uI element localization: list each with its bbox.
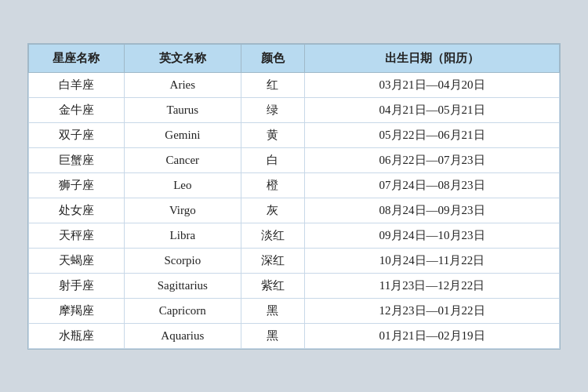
header-en: 英文名称 <box>124 44 241 72</box>
table-row: 天秤座Libra淡红09月24日—10月23日 <box>29 223 560 248</box>
cell-zh: 金牛座 <box>29 97 125 122</box>
cell-color: 深红 <box>241 248 304 273</box>
table-row: 水瓶座Aquarius黑01月21日—02月19日 <box>29 323 560 348</box>
cell-color: 绿 <box>241 97 304 122</box>
table-row: 巨蟹座Cancer白06月22日—07月23日 <box>29 147 560 172</box>
cell-color: 橙 <box>241 172 304 198</box>
cell-color: 黑 <box>241 323 304 348</box>
cell-en: Cancer <box>124 147 241 172</box>
cell-zh: 处女座 <box>29 198 125 223</box>
table-header-row: 星座名称 英文名称 颜色 出生日期（阳历） <box>29 44 560 72</box>
cell-date: 10月24日—11月22日 <box>305 248 560 273</box>
cell-date: 09月24日—10月23日 <box>305 223 560 248</box>
cell-zh: 白羊座 <box>29 72 125 97</box>
cell-color: 淡红 <box>241 223 304 248</box>
cell-en: Gemini <box>124 122 241 147</box>
cell-date: 05月22日—06月21日 <box>305 122 560 147</box>
cell-color: 灰 <box>241 198 304 223</box>
header-color: 颜色 <box>241 44 304 72</box>
cell-date: 04月21日—05月21日 <box>305 97 560 122</box>
cell-en: Scorpio <box>124 248 241 273</box>
cell-date: 08月24日—09月23日 <box>305 198 560 223</box>
cell-date: 06月22日—07月23日 <box>305 147 560 172</box>
header-zh: 星座名称 <box>29 44 125 72</box>
cell-zh: 狮子座 <box>29 172 125 198</box>
cell-date: 11月23日—12月22日 <box>305 273 560 298</box>
header-date: 出生日期（阳历） <box>305 44 560 72</box>
cell-en: Aquarius <box>124 323 241 348</box>
table-row: 白羊座Aries红03月21日—04月20日 <box>29 72 560 97</box>
cell-color: 白 <box>241 147 304 172</box>
cell-date: 03月21日—04月20日 <box>305 72 560 97</box>
cell-zh: 双子座 <box>29 122 125 147</box>
cell-color: 黑 <box>241 298 304 323</box>
cell-en: Virgo <box>124 198 241 223</box>
cell-en: Leo <box>124 172 241 198</box>
table-row: 双子座Gemini黄05月22日—06月21日 <box>29 122 560 147</box>
cell-color: 红 <box>241 72 304 97</box>
cell-en: Taurus <box>124 97 241 122</box>
cell-zh: 天蝎座 <box>29 248 125 273</box>
cell-zh: 巨蟹座 <box>29 147 125 172</box>
table-row: 狮子座Leo橙07月24日—08月23日 <box>29 172 560 198</box>
zodiac-table: 星座名称 英文名称 颜色 出生日期（阳历） 白羊座Aries红03月21日—04… <box>28 44 560 349</box>
cell-zh: 水瓶座 <box>29 323 125 348</box>
zodiac-table-container: 星座名称 英文名称 颜色 出生日期（阳历） 白羊座Aries红03月21日—04… <box>27 43 561 350</box>
cell-color: 紫红 <box>241 273 304 298</box>
table-body: 白羊座Aries红03月21日—04月20日金牛座Taurus绿04月21日—0… <box>29 72 560 348</box>
cell-en: Aries <box>124 72 241 97</box>
cell-en: Sagittarius <box>124 273 241 298</box>
cell-en: Capricorn <box>124 298 241 323</box>
cell-zh: 摩羯座 <box>29 298 125 323</box>
cell-en: Libra <box>124 223 241 248</box>
cell-date: 07月24日—08月23日 <box>305 172 560 198</box>
table-row: 摩羯座Capricorn黑12月23日—01月22日 <box>29 298 560 323</box>
table-row: 天蝎座Scorpio深红10月24日—11月22日 <box>29 248 560 273</box>
table-row: 射手座Sagittarius紫红11月23日—12月22日 <box>29 273 560 298</box>
cell-date: 01月21日—02月19日 <box>305 323 560 348</box>
cell-date: 12月23日—01月22日 <box>305 298 560 323</box>
cell-zh: 天秤座 <box>29 223 125 248</box>
table-row: 金牛座Taurus绿04月21日—05月21日 <box>29 97 560 122</box>
cell-color: 黄 <box>241 122 304 147</box>
table-row: 处女座Virgo灰08月24日—09月23日 <box>29 198 560 223</box>
cell-zh: 射手座 <box>29 273 125 298</box>
